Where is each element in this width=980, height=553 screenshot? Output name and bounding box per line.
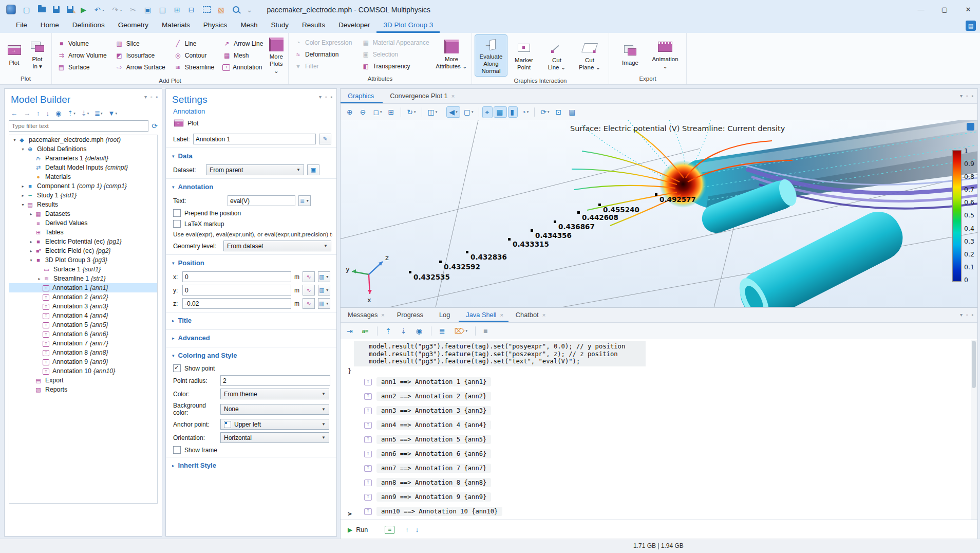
tree-item[interactable]: ▸ Electric Potential (ec) {pg1} — [9, 237, 157, 246]
add-plot-item[interactable]: ╱ Line — [172, 38, 218, 50]
color-select[interactable]: From theme▼ — [220, 389, 329, 399]
dataset-select[interactable]: From parent▼ — [206, 164, 304, 175]
section-title[interactable]: Title — [178, 317, 192, 324]
ribbon-tab[interactable]: Results — [295, 19, 332, 33]
environment-icon[interactable]: ▢▾ — [462, 107, 476, 117]
console-tab[interactable]: Java Shell× — [459, 308, 508, 322]
tree-item[interactable]: ▾ 3D Plot Group 3 {pg3} — [9, 255, 157, 265]
update-plot-icon[interactable]: ⟳▾ — [538, 107, 551, 117]
tree-item[interactable]: Annotation 7 {ann7} — [9, 339, 157, 348]
anchor-point-select[interactable]: Upper left ▼ — [220, 419, 329, 430]
attribute-item[interactable]: ▦ Material Appearance — [360, 37, 435, 49]
scrollbar[interactable] — [971, 340, 977, 520]
range-icon[interactable]: ▥▼ — [318, 298, 330, 309]
zoom-out-icon[interactable]: ⊖ — [358, 107, 369, 117]
ribbon-tab[interactable]: Geometry — [111, 19, 155, 33]
console-tab[interactable]: Chatbot× — [508, 308, 551, 322]
cut-plane-button[interactable]: CutPlane ⌄ — [574, 39, 606, 73]
attribute-item[interactable]: ▣ Selection — [360, 49, 435, 61]
add-plot-item[interactable]: ▦ Mesh — [220, 50, 267, 62]
add-plot-item[interactable]: T Annotation — [220, 62, 267, 73]
ribbon-tab[interactable]: Mesh — [234, 19, 264, 33]
tree-item[interactable]: ▾ pacemaker_electrode.mph (root) — [9, 135, 157, 144]
axis-triad-toggle-icon[interactable]: ⌖ — [483, 107, 492, 118]
tree-item[interactable]: Annotation 1 {ann1} — [9, 283, 157, 292]
tree-item[interactable]: Parameters 1 {default} — [9, 154, 157, 163]
tree-item[interactable]: Derived Values — [9, 218, 157, 228]
tree-item[interactable]: ▸ Streamline 1 {str1} — [9, 274, 157, 283]
label-input[interactable] — [193, 134, 316, 144]
marker-point-button[interactable]: MarkerPoint — [508, 39, 540, 73]
add-plot-item[interactable]: ≋ Streamline — [172, 62, 218, 73]
console-tab[interactable]: Progress — [390, 308, 432, 322]
tree-item[interactable]: Default Model Inputs {cminpt} — [9, 163, 157, 172]
forward-icon[interactable]: → — [24, 109, 31, 117]
graphics-canvas[interactable]: y z x Surface: Electric potential (V) St… — [340, 120, 978, 307]
section-data[interactable]: Data — [178, 152, 193, 160]
tree-item[interactable]: Annotation 3 {ann3} — [9, 302, 157, 311]
previous-entry-icon[interactable]: ↑ — [405, 526, 409, 533]
go-to-source-icon[interactable]: ▣ — [307, 164, 319, 175]
tree-item[interactable]: Annotation 6 {ann6} — [9, 329, 157, 339]
separator[interactable] — [475, 326, 476, 336]
plot-parameter-icon[interactable]: ∿ — [303, 271, 315, 282]
snapshot-icon[interactable]: ⊡ — [553, 107, 564, 117]
open-file-icon[interactable] — [38, 7, 46, 12]
section-inherit-style[interactable]: Inherit Style — [178, 462, 216, 469]
separator[interactable] — [534, 107, 535, 117]
qat-overflow-icon[interactable]: ⌄ — [247, 6, 254, 13]
prepend-position-checkbox[interactable] — [173, 209, 181, 217]
next-command-icon[interactable]: ⇣ — [399, 326, 410, 336]
run-icon[interactable]: ▶ — [348, 526, 352, 533]
panel-pin-icon[interactable]: ▪ — [971, 312, 973, 318]
close-button[interactable]: ✕ — [956, 0, 980, 19]
tree-item[interactable]: Annotation 4 {ann4} — [9, 311, 157, 320]
stop-icon[interactable]: ■ — [481, 326, 491, 336]
more-plots-button[interactable]: MorePlots ⌄ — [267, 35, 285, 76]
next-entry-icon[interactable]: ↓ — [416, 526, 419, 533]
tree-expander[interactable]: ▾ — [20, 202, 26, 207]
tree-item[interactable]: Reports — [9, 385, 157, 394]
attribute-item[interactable]: ≈ Deformation — [292, 49, 357, 61]
separator[interactable] — [431, 326, 431, 336]
plot-button[interactable]: Plot — [3, 41, 25, 68]
range-icon[interactable]: ▥▼ — [318, 271, 330, 282]
filter-input[interactable] — [9, 120, 148, 132]
section-position[interactable]: Position — [178, 259, 204, 267]
ribbon-tab[interactable]: Definitions — [66, 19, 111, 33]
paste-icon[interactable]: ▤ — [159, 6, 167, 13]
separator[interactable] — [443, 107, 443, 117]
refresh-icon[interactable]: ⟳ — [152, 122, 158, 130]
highlight-icon[interactable]: ▧ — [218, 6, 225, 13]
animation-button[interactable]: Animation⌄ — [648, 38, 682, 72]
close-icon[interactable]: × — [500, 312, 503, 318]
insert-expression-icon[interactable]: ≣▼ — [298, 195, 311, 206]
attribute-item[interactable]: ▼ Filter — [292, 61, 357, 72]
clear-console-icon[interactable]: ⌦▾ — [453, 326, 469, 336]
add-plot-item[interactable]: ▥ Slice — [113, 38, 169, 50]
ribbon-tab[interactable]: Home — [34, 19, 66, 33]
position-z-input[interactable] — [182, 298, 291, 309]
gutter-icon[interactable]: ⇥ — [345, 326, 356, 336]
graphics-tab[interactable]: Convergence Plot 1× — [383, 89, 460, 103]
redo-icon[interactable]: ↷⌄ — [112, 6, 122, 13]
latex-markup-checkbox[interactable] — [173, 220, 181, 228]
orientation-select[interactable]: Horizontal▼ — [220, 432, 329, 443]
print-icon[interactable]: ▤ — [567, 107, 578, 117]
graphics-float-icon[interactable] — [967, 123, 974, 131]
tree-expander[interactable]: ▾ — [20, 147, 26, 152]
add-plot-item[interactable]: ■ Volume — [55, 38, 111, 50]
add-plot-item[interactable]: ⇉ Arrow Volume — [55, 50, 111, 62]
run-button[interactable]: Run — [356, 526, 368, 533]
tree-expander[interactable]: ▸ — [28, 212, 34, 216]
tree-item[interactable]: Materials — [9, 172, 157, 181]
panel-menu-icon[interactable]: ▾ — [144, 94, 147, 100]
panel-float-icon[interactable]: ▫ — [150, 94, 153, 100]
minimize-button[interactable]: — — [909, 0, 933, 19]
ribbon-tab[interactable]: Developer — [332, 19, 377, 33]
tree-item[interactable]: ▸ Electric Field (ec) {pg2} — [9, 246, 157, 255]
plot-parameter-icon[interactable]: ∿ — [303, 285, 315, 296]
background-color-select[interactable]: None▼ — [220, 404, 329, 415]
ribbon-tab[interactable]: File — [9, 19, 34, 33]
tree-item[interactable]: Annotation 8 {ann8} — [9, 348, 157, 357]
